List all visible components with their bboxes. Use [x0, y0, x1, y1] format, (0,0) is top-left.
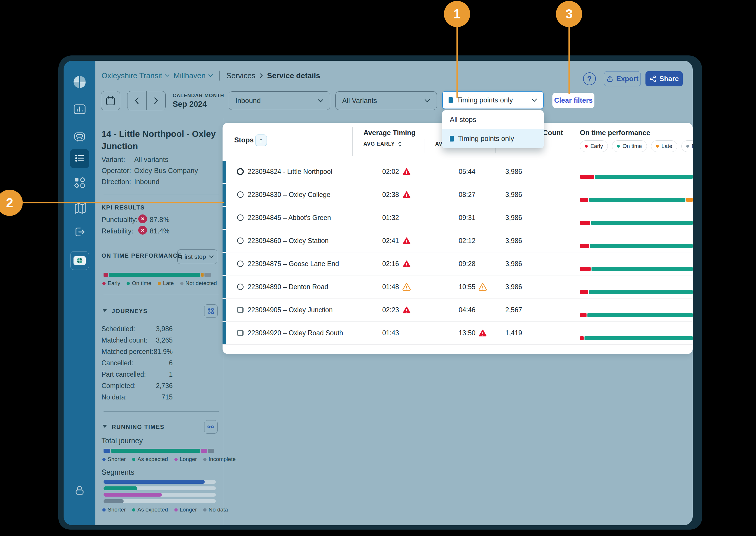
bar-chart-icon: [73, 103, 86, 117]
table-row[interactable]: 223094875 – Goose Lane End02:1609:283,98…: [223, 252, 693, 276]
total-journey-label: Total journey: [102, 437, 143, 445]
table-body: 223094824 - Little Northpool02:0205:443,…: [223, 160, 693, 345]
lock-icon: [73, 484, 86, 498]
legend-label: As expected: [137, 507, 168, 513]
collapse-arrow-icon[interactable]: [102, 309, 107, 312]
sidebar-item-lock[interactable]: [73, 484, 86, 498]
avg-early-value: 02:02: [351, 168, 399, 176]
direction-dropdown[interactable]: Inbound: [229, 91, 330, 110]
otp-filter-pill-early[interactable]: Early: [580, 140, 608, 152]
org-switcher[interactable]: Oxleyshire Transit: [102, 71, 170, 80]
table-row[interactable]: 223094905 – Oxley Junction02:2304:462,56…: [223, 298, 693, 321]
bus-icon: [73, 130, 86, 145]
legend-dot-icon: [127, 282, 130, 285]
legend-label: Shorter: [108, 456, 126, 462]
stop-shape: [237, 215, 243, 221]
sidebar-item-app-badge[interactable]: [70, 251, 89, 270]
variant-label: Variant:: [102, 155, 125, 164]
running-times-heading[interactable]: RUNNING TIMES: [112, 424, 165, 430]
app-frame: Oxleyshire Transit Millhaven Services Se…: [64, 61, 693, 525]
calendar-button[interactable]: [101, 91, 120, 110]
menu-option-all-stops[interactable]: All stops: [442, 110, 544, 129]
prev-month-button[interactable]: [127, 91, 146, 110]
table-row[interactable]: 223094830 – Oxley College02:3808:273,986: [223, 183, 693, 206]
sidebar-item-logout[interactable]: [73, 225, 86, 240]
journeys-heading[interactable]: JOURNEYS: [112, 308, 147, 315]
breadcrumb-services-link[interactable]: Services: [226, 71, 256, 80]
avg-early-header[interactable]: AVG EARLY: [363, 141, 402, 147]
collapse-arrow-icon[interactable]: [102, 425, 107, 428]
sort-ascending-button[interactable]: ↑: [255, 135, 267, 146]
segment-track: [104, 480, 216, 484]
sidebar-item-services[interactable]: [73, 152, 86, 166]
alert-triangle-icon: [402, 306, 411, 314]
otp-stop-dropdown[interactable]: First stop: [177, 250, 217, 264]
count-value: 3,986: [488, 260, 522, 268]
table-row[interactable]: 223094920 – Oxley Road South01:4313:501,…: [223, 321, 693, 345]
bar-segment-on-time: [587, 313, 693, 317]
bar-segment-early: [104, 273, 108, 277]
stop-icon: [237, 214, 244, 221]
calendar-month-label: CALENDAR MONTH: [173, 93, 224, 99]
bar-segment-on-time: [589, 198, 685, 202]
kpi-results-heading: KPI RESULTS: [102, 204, 145, 211]
link-icon: [207, 423, 215, 431]
avg-early-value: 02:23: [351, 306, 399, 314]
otp-heading: ON TIME PERFORMANCE: [102, 252, 182, 259]
annotation-line-2: [19, 202, 224, 203]
otp-row-bar: [580, 313, 693, 317]
sidebar-item-vehicles[interactable]: [73, 130, 86, 145]
table-row[interactable]: 223094860 – Oxley Station02:4102:123,986: [223, 229, 693, 252]
otp-filter-pill-not-detected[interactable]: Not detected: [681, 140, 693, 152]
menu-option-timing-points[interactable]: Timing points only: [442, 129, 544, 148]
stops-table-card: Stops ↑ Average Timing AVG EARLY AVG LAT: [223, 123, 693, 354]
legend-label: Incomplete: [208, 456, 236, 462]
sidebar-item-analytics[interactable]: [73, 103, 86, 117]
sidebar-item-categories[interactable]: [73, 176, 86, 190]
otp-filter-pill-late[interactable]: Late: [651, 140, 677, 152]
export-button[interactable]: Export: [604, 71, 641, 86]
column-divider: [352, 127, 353, 156]
otp-row-bar: [580, 267, 693, 271]
avg-late-value: 05:44: [427, 168, 475, 176]
count-column-header: Count: [543, 129, 563, 137]
stop-name: 223094824 - Little Northpool: [248, 168, 332, 176]
upload-icon: [606, 75, 614, 82]
legend-dot-icon: [158, 282, 161, 285]
running-times-view-button[interactable]: [204, 420, 218, 434]
bar-segment-as-expected: [111, 449, 200, 453]
clear-filters-button[interactable]: Clear filters: [552, 93, 594, 108]
stat-value: 3,265: [130, 336, 173, 344]
average-timing-header: Average Timing: [363, 129, 416, 137]
sort-both-icon: [397, 141, 402, 147]
stop-name: 223094845 – Abbot's Green: [248, 214, 331, 222]
help-button[interactable]: ?: [583, 72, 596, 85]
share-button[interactable]: Share: [646, 71, 683, 86]
region-switcher[interactable]: Millhaven: [173, 71, 213, 80]
legend-item: Shorter: [102, 456, 126, 462]
table-row[interactable]: 223094824 - Little Northpool02:0205:443,…: [223, 160, 693, 183]
journeys-view-button[interactable]: [204, 304, 218, 318]
stop-shape: [237, 168, 244, 175]
annotation-circle-1: 1: [444, 1, 470, 27]
calendar-icon: [105, 95, 116, 106]
table-row[interactable]: 223094890 – Denton Road01:4810:553,986: [223, 276, 693, 298]
stop-shape: [237, 330, 243, 336]
sidebar-item-map[interactable]: [73, 202, 87, 217]
next-month-button[interactable]: [147, 91, 165, 110]
legend-item: As expected: [132, 456, 168, 462]
otp-filter-pill-on-time[interactable]: On time: [612, 140, 647, 152]
otp-row-bar: [580, 198, 693, 202]
stop-name: 223094890 – Denton Road: [248, 283, 328, 291]
stops-filter-value: Timing points only: [457, 96, 513, 104]
stops-filter-menu: All stops Timing points only: [442, 110, 544, 148]
operator-value: Oxley Bus Company: [134, 167, 198, 175]
punctuality-value: 87.8%: [150, 216, 170, 224]
table-row[interactable]: 223094845 – Abbot's Green01:3209:313,986: [223, 206, 693, 229]
bar-segment-on-time: [589, 290, 693, 294]
bar-segment-shorter: [104, 449, 110, 453]
legend-dot-icon: [180, 282, 183, 285]
legend-dot-icon: [617, 145, 620, 148]
variants-dropdown[interactable]: All Variants: [335, 91, 437, 110]
timing-point-icon: [450, 136, 454, 142]
